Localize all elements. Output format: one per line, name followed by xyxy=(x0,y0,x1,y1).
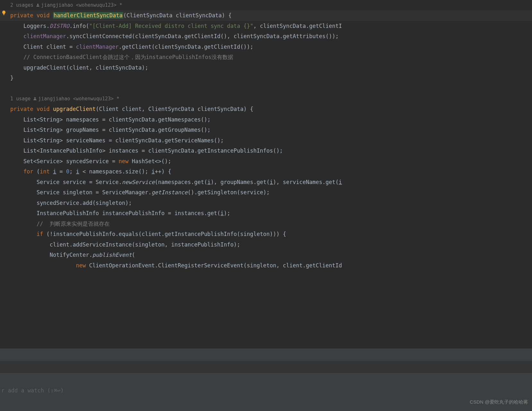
author-inlay: jiangjiahao <wohenwuqu123> * xyxy=(36,0,122,10)
intention-bulb-icon[interactable] xyxy=(1,10,6,15)
code-line[interactable]: // ConnectionBasedClient会跳过这个，因为instance… xyxy=(10,52,532,63)
watch-hint: r add a watch (⇧⌘↩) xyxy=(0,385,64,396)
code-editor[interactable]: 2 usages jiangjiahao <wohenwuqu123> * pr… xyxy=(0,0,532,271)
author-inlay: jiangjiahao <wohenwuqu123> * xyxy=(33,94,119,104)
blank-line[interactable] xyxy=(10,83,532,94)
code-line[interactable]: List<InstancePublishInfo> instances = cl… xyxy=(10,146,532,156)
code-line[interactable]: upgradeClient(client, clientSyncData); xyxy=(10,63,532,73)
code-line[interactable]: NotifyCenter.publishEvent( xyxy=(10,250,532,260)
code-line[interactable]: List<String> serviceNames = clientSyncDa… xyxy=(10,135,532,146)
code-line[interactable]: // 判断原来实例是否就存在 xyxy=(10,219,532,229)
code-line[interactable]: syncedService.add(singleton); xyxy=(10,198,532,208)
method-name-highlighted: handlerClientSyncData xyxy=(53,12,123,19)
method-name: upgradeClient xyxy=(53,106,96,112)
code-line[interactable]: for (int i = 0; i < namespaces.size(); i… xyxy=(10,166,532,177)
code-line[interactable]: private void handlerClientSyncData(Clien… xyxy=(0,10,532,21)
code-line[interactable]: Loggers.DISTRO.info("[Client-Add] Receiv… xyxy=(10,21,532,31)
code-line[interactable]: InstancePublishInfo instancePublishInfo … xyxy=(10,208,532,219)
code-line[interactable]: Set<Service> syncedService = new HashSet… xyxy=(10,156,532,167)
code-line[interactable]: } xyxy=(10,73,532,83)
debug-panel[interactable]: r add a watch (⇧⌘↩) xyxy=(0,348,532,411)
code-line[interactable]: clientManager.syncClientConnected(client… xyxy=(10,31,532,42)
code-line[interactable]: List<String> namespaces = clientSyncData… xyxy=(10,114,532,125)
usage-inlay[interactable]: 1 usage jiangjiahao <wohenwuqu123> * xyxy=(10,94,532,104)
code-line[interactable]: new ClientOperationEvent.ClientRegisterS… xyxy=(10,260,532,271)
usage-count: 1 usage xyxy=(10,94,30,104)
code-line[interactable]: Service singleton = ServiceManager.getIn… xyxy=(10,187,532,198)
csdn-watermark: CSDN @爱吃丸子的哈哈蒋 xyxy=(470,397,528,407)
person-icon xyxy=(33,97,37,101)
code-line[interactable]: private void upgradeClient(Client client… xyxy=(10,104,532,114)
code-line[interactable]: List<String> groupNames = clientSyncData… xyxy=(10,125,532,135)
code-line[interactable]: Service service = Service.newService(nam… xyxy=(10,177,532,188)
usage-count: 2 usages xyxy=(10,0,33,10)
person-icon xyxy=(36,3,40,7)
code-line[interactable]: if (!instancePublishInfo.equals(client.g… xyxy=(10,229,532,239)
usage-inlay[interactable]: 2 usages jiangjiahao <wohenwuqu123> * xyxy=(10,0,532,10)
code-line[interactable]: client.addServiceInstance(singleton, ins… xyxy=(10,239,532,250)
code-line[interactable]: Client client = clientManager.getClient(… xyxy=(10,42,532,52)
